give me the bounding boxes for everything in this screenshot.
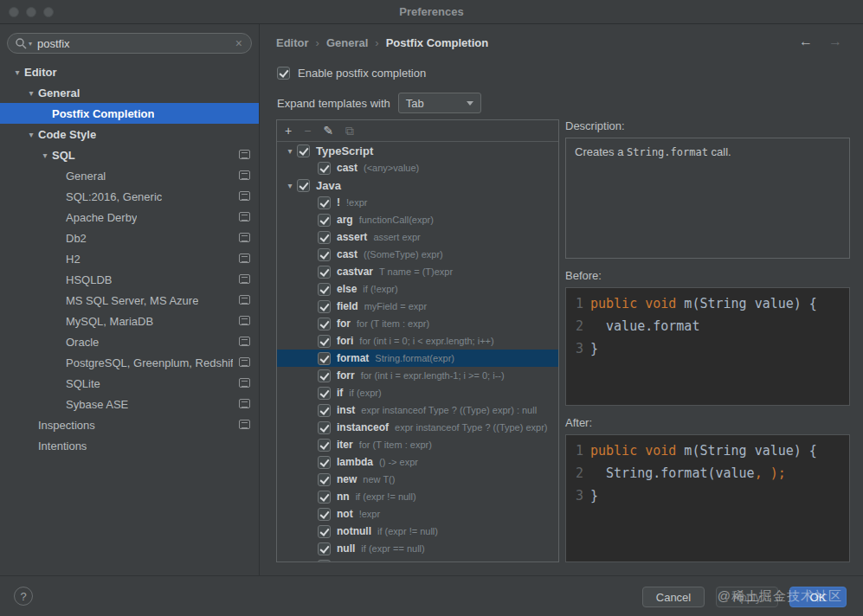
template-name: ! xyxy=(337,196,340,209)
template-checkbox[interactable] xyxy=(318,214,331,227)
search-field[interactable]: ▾ × xyxy=(7,33,252,54)
sidebar-item-h2[interactable]: H2 xyxy=(0,248,259,269)
sidebar-item-postfix-completion[interactable]: Postfix Completion xyxy=(0,103,259,124)
template-checkbox[interactable] xyxy=(318,162,331,175)
breadcrumb-item-postfix-completion[interactable]: Postfix Completion xyxy=(386,36,488,49)
chevron-down-icon[interactable]: ▾ xyxy=(24,88,38,98)
template-nn[interactable]: nnif (expr != null) xyxy=(277,488,558,505)
add-button[interactable]: + xyxy=(285,125,292,137)
template-checkbox[interactable] xyxy=(318,542,331,555)
sidebar-item-oracle[interactable]: Oracle xyxy=(0,331,259,352)
template-checkbox[interactable] xyxy=(318,421,331,434)
template-checkbox[interactable] xyxy=(318,369,331,382)
template-not[interactable]: not!expr xyxy=(277,505,558,523)
template-checkbox[interactable] xyxy=(318,318,331,330)
template-notnull[interactable]: notnullif (expr != null) xyxy=(277,523,558,540)
close-button[interactable] xyxy=(9,7,19,17)
template-cast[interactable]: cast(<any>value) xyxy=(277,159,558,176)
template-checkbox[interactable] xyxy=(318,335,331,348)
breadcrumb-item-general[interactable]: General xyxy=(326,36,368,49)
template-if[interactable]: ifif (expr) xyxy=(277,384,558,401)
enable-postfix-checkbox[interactable] xyxy=(277,67,290,80)
template-checkbox[interactable] xyxy=(318,196,331,209)
template-checkbox[interactable] xyxy=(318,387,331,400)
search-options-icon[interactable]: ▾ xyxy=(29,40,32,48)
sidebar-item-general[interactable]: ▾General xyxy=(0,82,259,103)
template-checkbox[interactable] xyxy=(318,473,331,486)
clear-search-icon[interactable]: × xyxy=(234,36,244,50)
sidebar-item-db2[interactable]: Db2 xyxy=(0,228,259,248)
chevron-down-icon[interactable]: ▾ xyxy=(283,146,297,156)
search-input[interactable] xyxy=(37,37,234,50)
template-checkbox[interactable] xyxy=(297,144,310,157)
template-checkbox[interactable] xyxy=(318,248,331,261)
sidebar-item-editor[interactable]: ▾Editor xyxy=(0,61,259,82)
template-item[interactable]: !!expr xyxy=(277,194,558,211)
search-icon[interactable] xyxy=(15,37,27,49)
sidebar-item-general[interactable]: General xyxy=(0,165,259,186)
cancel-button[interactable]: Cancel xyxy=(642,587,705,607)
template-cast[interactable]: cast((SomeType) expr) xyxy=(277,246,558,263)
sidebar-item-sqlite[interactable]: SQLite xyxy=(0,373,259,394)
template-checkbox[interactable] xyxy=(318,560,331,562)
template-field[interactable]: fieldmyField = expr xyxy=(277,298,558,315)
chevron-down-icon[interactable]: ▾ xyxy=(283,181,297,190)
template-else[interactable]: elseif (!expr) xyxy=(277,280,558,298)
forward-button[interactable]: → xyxy=(828,34,842,49)
template-group-typescript[interactable]: ▾TypeScript xyxy=(277,142,558,159)
templates-panel: +−✎⧉ ▾TypeScriptcast(<any>value)▾Java!!e… xyxy=(276,119,559,562)
template-arg[interactable]: argfunctionCall(expr) xyxy=(277,211,558,228)
sidebar-item-sybase-ase[interactable]: Sybase ASE xyxy=(0,394,259,414)
breadcrumb-item-editor[interactable]: Editor xyxy=(276,36,309,49)
back-button[interactable]: ← xyxy=(799,34,813,49)
sidebar-item-apache-derby[interactable]: Apache Derby xyxy=(0,207,259,228)
minimize-button[interactable] xyxy=(26,7,36,17)
sidebar-item-postgresql-greenplum-redshift[interactable]: PostgreSQL, Greenplum, Redshift xyxy=(0,352,259,373)
template-new[interactable]: newnew T() xyxy=(277,471,558,488)
template-checkbox[interactable] xyxy=(318,508,331,521)
template-checkbox[interactable] xyxy=(318,456,331,469)
template-item[interactable] xyxy=(277,557,558,561)
sidebar-item-inspections[interactable]: Inspections xyxy=(0,414,259,435)
template-checkbox[interactable] xyxy=(318,231,331,244)
template-checkbox[interactable] xyxy=(318,283,331,296)
template-checkbox[interactable] xyxy=(318,352,331,365)
template-inst[interactable]: instexpr instanceof Type ? ((Type) expr)… xyxy=(277,401,558,419)
sidebar-item-code-style[interactable]: ▾Code Style xyxy=(0,124,259,144)
duplicate-button[interactable]: ⧉ xyxy=(345,125,354,137)
template-assert[interactable]: assertassert expr xyxy=(277,228,558,246)
chevron-down-icon[interactable]: ▾ xyxy=(38,151,52,160)
template-checkbox[interactable] xyxy=(318,491,331,504)
template-fori[interactable]: forifor (int i = 0; i < expr.length; i++… xyxy=(277,332,558,350)
template-null[interactable]: nullif (expr == null) xyxy=(277,540,558,557)
edit-button[interactable]: ✎ xyxy=(323,125,333,137)
help-button[interactable]: ? xyxy=(14,587,33,606)
sidebar-item-label: Sybase ASE xyxy=(66,398,128,411)
template-checkbox[interactable] xyxy=(318,439,331,452)
template-checkbox[interactable] xyxy=(297,179,310,192)
template-group-java[interactable]: ▾Java xyxy=(277,176,558,194)
sidebar-item-mysql-mariadb[interactable]: MySQL, MariaDB xyxy=(0,311,259,331)
template-checkbox[interactable] xyxy=(318,266,331,279)
template-instanceof[interactable]: instanceofexpr instanceof Type ? ((Type)… xyxy=(277,419,558,436)
template-for[interactable]: forfor (T item : expr) xyxy=(277,315,558,332)
sidebar-item-sql-2016-generic[interactable]: SQL:2016, Generic xyxy=(0,186,259,207)
template-checkbox[interactable] xyxy=(318,525,331,538)
template-checkbox[interactable] xyxy=(318,300,331,313)
code-line: 1public void m(String value) { xyxy=(566,292,849,315)
template-checkbox[interactable] xyxy=(318,404,331,417)
template-forr[interactable]: forrfor (int i = expr.length-1; i >= 0; … xyxy=(277,367,558,384)
sidebar-item-intentions[interactable]: Intentions xyxy=(0,435,259,456)
sidebar-item-hsqldb[interactable]: HSQLDB xyxy=(0,269,259,290)
chevron-down-icon[interactable]: ▾ xyxy=(24,130,38,139)
remove-button[interactable]: − xyxy=(304,125,311,137)
template-lambda[interactable]: lambda() -> expr xyxy=(277,453,558,471)
template-format[interactable]: formatString.format(expr) xyxy=(277,350,558,367)
sidebar-item-ms-sql-server-ms-azure[interactable]: MS SQL Server, MS Azure xyxy=(0,290,259,311)
zoom-button[interactable] xyxy=(43,7,54,17)
chevron-down-icon[interactable]: ▾ xyxy=(10,67,24,77)
expand-templates-select[interactable]: Tab xyxy=(398,93,481,113)
template-iter[interactable]: iterfor (T item : expr) xyxy=(277,436,558,453)
sidebar-item-sql[interactable]: ▾SQL xyxy=(0,144,259,165)
template-castvar[interactable]: castvarT name = (T)expr xyxy=(277,263,558,280)
